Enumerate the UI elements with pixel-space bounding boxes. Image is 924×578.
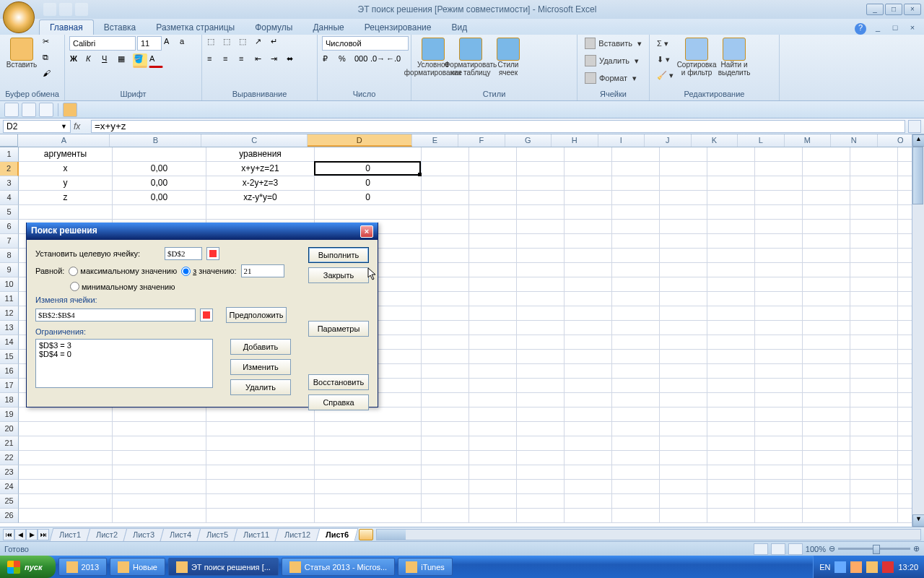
pagebreak-view-icon[interactable] <box>788 543 803 555</box>
cell[interactable] <box>565 407 612 422</box>
cell[interactable]: 0,00 <box>113 162 206 176</box>
target-cell-input[interactable] <box>165 247 202 260</box>
cell[interactable] <box>660 249 707 263</box>
cell[interactable] <box>565 263 612 277</box>
cell[interactable] <box>612 249 660 263</box>
cell[interactable] <box>517 205 565 220</box>
cell[interactable]: x+y+z=21 <box>206 162 315 176</box>
cell[interactable] <box>850 350 898 364</box>
column-header[interactable]: N <box>831 134 878 147</box>
cell[interactable] <box>612 292 660 306</box>
column-header[interactable]: F <box>458 134 505 147</box>
row-header[interactable]: 21 <box>0 436 19 451</box>
column-header[interactable]: B <box>110 134 201 147</box>
cell[interactable] <box>206 509 315 523</box>
cell[interactable] <box>707 480 755 494</box>
tray-icon[interactable] <box>834 561 846 573</box>
cell[interactable] <box>19 436 113 451</box>
cell[interactable]: 0 <box>315 176 422 191</box>
close-button[interactable]: Закрыть <box>308 267 369 283</box>
cell[interactable] <box>517 162 565 176</box>
cell[interactable] <box>565 220 612 234</box>
cell[interactable] <box>755 176 803 191</box>
cell[interactable] <box>517 364 565 379</box>
cell[interactable] <box>612 220 660 234</box>
restore-window-icon[interactable]: □ <box>889 23 901 35</box>
row-header[interactable]: 19 <box>0 407 19 422</box>
increase-font-icon[interactable]: A <box>163 36 178 51</box>
cell[interactable] <box>469 379 517 393</box>
language-indicator[interactable]: EN <box>819 563 830 571</box>
cell[interactable] <box>755 451 803 465</box>
column-header[interactable]: H <box>552 134 598 147</box>
cell[interactable] <box>612 205 660 220</box>
cell[interactable] <box>19 422 113 436</box>
cell[interactable] <box>422 494 469 509</box>
font-color-icon[interactable]: A <box>149 53 163 68</box>
cell[interactable] <box>517 292 565 306</box>
cell[interactable] <box>19 205 113 220</box>
cell[interactable] <box>660 436 707 451</box>
cell[interactable] <box>803 393 850 407</box>
row-header[interactable]: 25 <box>0 494 19 509</box>
dialog-close-button[interactable]: × <box>360 225 373 238</box>
wrap-text-icon[interactable]: ↵ <box>270 36 284 51</box>
office-button[interactable] <box>3 1 35 33</box>
cell[interactable] <box>565 292 612 306</box>
cell[interactable] <box>469 422 517 436</box>
help-icon[interactable]: ? <box>855 23 866 35</box>
cell[interactable] <box>422 263 469 277</box>
select-all-button[interactable] <box>0 134 18 147</box>
cell[interactable] <box>755 277 803 292</box>
cell[interactable] <box>660 379 707 393</box>
cell[interactable] <box>850 191 898 205</box>
row-header[interactable]: 4 <box>0 191 19 205</box>
cell[interactable] <box>612 277 660 292</box>
name-box[interactable]: D2▼ <box>3 120 71 133</box>
cell[interactable] <box>315 509 422 523</box>
close-workbook-icon[interactable]: × <box>907 23 918 35</box>
cell[interactable] <box>517 220 565 234</box>
font-size-select[interactable] <box>137 36 162 51</box>
cell[interactable] <box>517 176 565 191</box>
cell[interactable]: y <box>19 176 113 191</box>
row-header[interactable]: 1 <box>0 147 19 162</box>
cell[interactable] <box>315 436 422 451</box>
cell[interactable] <box>707 451 755 465</box>
cell[interactable]: x <box>19 162 113 176</box>
cell[interactable] <box>707 422 755 436</box>
cell[interactable] <box>206 436 315 451</box>
cell[interactable] <box>422 480 469 494</box>
cell[interactable] <box>660 176 707 191</box>
cell[interactable]: z <box>19 191 113 205</box>
row-header[interactable]: 16 <box>0 364 19 379</box>
cell[interactable] <box>469 436 517 451</box>
sheet-tab[interactable]: Лист3 <box>123 528 165 541</box>
cell[interactable] <box>803 451 850 465</box>
cell[interactable] <box>755 292 803 306</box>
cell[interactable] <box>660 480 707 494</box>
cell[interactable] <box>612 162 660 176</box>
format-table-button[interactable]: Форматировать как таблицу <box>453 36 488 89</box>
cell[interactable] <box>707 306 755 321</box>
scroll-down-icon[interactable]: ▼ <box>912 514 924 527</box>
row-header[interactable]: 15 <box>0 350 19 364</box>
cell[interactable] <box>113 436 206 451</box>
cell[interactable]: 0,00 <box>113 191 206 205</box>
cell[interactable] <box>850 220 898 234</box>
normal-view-icon[interactable] <box>754 543 768 555</box>
cell[interactable] <box>612 465 660 480</box>
cell[interactable] <box>469 350 517 364</box>
cell[interactable] <box>422 191 469 205</box>
align-middle-icon[interactable]: ⬚ <box>222 36 237 51</box>
cell[interactable] <box>206 494 315 509</box>
row-header[interactable]: 14 <box>0 335 19 350</box>
cell[interactable] <box>803 465 850 480</box>
cell[interactable] <box>803 176 850 191</box>
cell-styles-button[interactable]: Стили ячеек <box>491 36 526 89</box>
cell[interactable] <box>612 263 660 277</box>
cell[interactable] <box>660 220 707 234</box>
cell[interactable] <box>517 451 565 465</box>
cell[interactable] <box>803 306 850 321</box>
cell[interactable] <box>755 407 803 422</box>
